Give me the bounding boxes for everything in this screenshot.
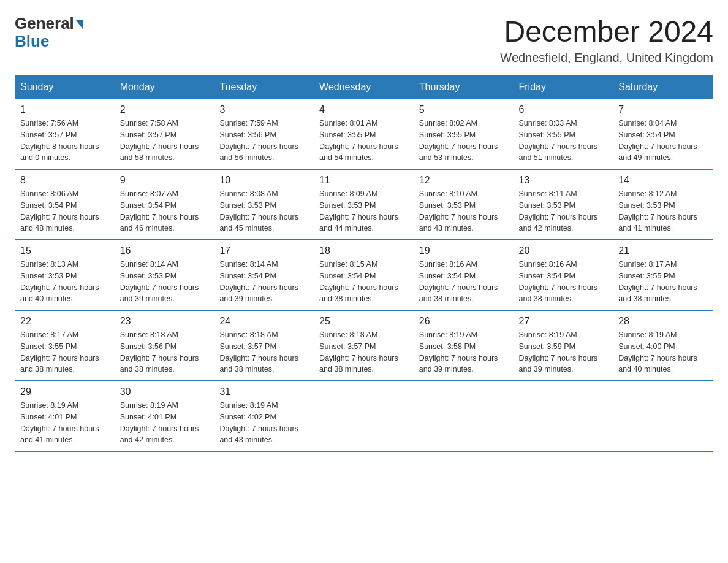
col-thursday: Thursday xyxy=(414,75,514,99)
day-info: Sunrise: 7:59 AMSunset: 3:56 PMDaylight:… xyxy=(219,118,309,164)
table-row: 18 Sunrise: 8:15 AMSunset: 3:54 PMDaylig… xyxy=(314,240,414,310)
day-info: Sunrise: 8:18 AMSunset: 3:57 PMDaylight:… xyxy=(219,329,309,375)
table-row: 16 Sunrise: 8:14 AMSunset: 3:53 PMDaylig… xyxy=(115,240,214,310)
day-number: 28 xyxy=(618,316,708,327)
day-info: Sunrise: 8:19 AMSunset: 4:01 PMDaylight:… xyxy=(120,400,210,446)
day-number: 13 xyxy=(519,175,609,186)
day-number: 31 xyxy=(219,386,309,397)
title-block: December 2024 Wednesfield, England, Unit… xyxy=(500,15,713,65)
table-row: 15 Sunrise: 8:13 AMSunset: 3:53 PMDaylig… xyxy=(15,240,115,310)
table-row: 25 Sunrise: 8:18 AMSunset: 3:57 PMDaylig… xyxy=(314,310,414,381)
day-info: Sunrise: 8:18 AMSunset: 3:56 PMDaylight:… xyxy=(120,329,210,375)
col-friday: Friday xyxy=(514,75,613,99)
col-monday: Monday xyxy=(115,75,214,99)
day-info: Sunrise: 8:18 AMSunset: 3:57 PMDaylight:… xyxy=(319,329,409,375)
logo-arrow-icon xyxy=(76,20,83,29)
day-number: 29 xyxy=(20,386,110,397)
day-number: 6 xyxy=(519,104,609,115)
table-row: 28 Sunrise: 8:19 AMSunset: 4:00 PMDaylig… xyxy=(613,310,713,381)
calendar-week-row: 29 Sunrise: 8:19 AMSunset: 4:01 PMDaylig… xyxy=(15,381,713,451)
day-number: 8 xyxy=(20,175,110,186)
day-info: Sunrise: 8:03 AMSunset: 3:55 PMDaylight:… xyxy=(519,118,609,164)
day-number: 11 xyxy=(319,175,409,186)
month-title: December 2024 xyxy=(500,15,713,48)
table-row: 14 Sunrise: 8:12 AMSunset: 3:53 PMDaylig… xyxy=(613,169,713,240)
table-row: 19 Sunrise: 8:16 AMSunset: 3:54 PMDaylig… xyxy=(414,240,514,310)
day-info: Sunrise: 8:17 AMSunset: 3:55 PMDaylight:… xyxy=(618,259,708,305)
table-row: 12 Sunrise: 8:10 AMSunset: 3:53 PMDaylig… xyxy=(414,169,514,240)
calendar-week-row: 8 Sunrise: 8:06 AMSunset: 3:54 PMDayligh… xyxy=(15,169,713,240)
day-info: Sunrise: 8:13 AMSunset: 3:53 PMDaylight:… xyxy=(20,259,110,305)
logo-text-general: General xyxy=(15,14,74,33)
day-info: Sunrise: 8:15 AMSunset: 3:54 PMDaylight:… xyxy=(319,259,409,305)
day-number: 18 xyxy=(319,245,409,256)
calendar-table: Sunday Monday Tuesday Wednesday Thursday… xyxy=(15,75,713,452)
table-row xyxy=(414,381,514,451)
day-info: Sunrise: 8:19 AMSunset: 4:01 PMDaylight:… xyxy=(20,400,110,446)
day-number: 9 xyxy=(120,175,210,186)
col-sunday: Sunday xyxy=(15,75,115,99)
table-row: 13 Sunrise: 8:11 AMSunset: 3:53 PMDaylig… xyxy=(514,169,613,240)
table-row: 5 Sunrise: 8:02 AMSunset: 3:55 PMDayligh… xyxy=(414,99,514,170)
day-info: Sunrise: 7:58 AMSunset: 3:57 PMDaylight:… xyxy=(120,118,210,164)
day-info: Sunrise: 8:08 AMSunset: 3:53 PMDaylight:… xyxy=(219,188,309,234)
day-info: Sunrise: 8:14 AMSunset: 3:54 PMDaylight:… xyxy=(219,259,309,305)
table-row: 11 Sunrise: 8:09 AMSunset: 3:53 PMDaylig… xyxy=(314,169,414,240)
table-row: 21 Sunrise: 8:17 AMSunset: 3:55 PMDaylig… xyxy=(613,240,713,310)
day-info: Sunrise: 8:07 AMSunset: 3:54 PMDaylight:… xyxy=(120,188,210,234)
calendar-week-row: 15 Sunrise: 8:13 AMSunset: 3:53 PMDaylig… xyxy=(15,240,713,310)
day-number: 20 xyxy=(519,245,609,256)
day-number: 5 xyxy=(419,104,509,115)
day-number: 27 xyxy=(519,316,609,327)
day-number: 7 xyxy=(618,104,708,115)
table-row: 24 Sunrise: 8:18 AMSunset: 3:57 PMDaylig… xyxy=(214,310,314,381)
day-number: 21 xyxy=(618,245,708,256)
day-info: Sunrise: 8:19 AMSunset: 4:02 PMDaylight:… xyxy=(219,400,309,446)
table-row: 1 Sunrise: 7:56 AMSunset: 3:57 PMDayligh… xyxy=(15,99,115,170)
day-info: Sunrise: 8:17 AMSunset: 3:55 PMDaylight:… xyxy=(20,329,110,375)
day-number: 12 xyxy=(419,175,509,186)
day-number: 16 xyxy=(120,245,210,256)
col-wednesday: Wednesday xyxy=(314,75,414,99)
day-info: Sunrise: 8:19 AMSunset: 3:58 PMDaylight:… xyxy=(419,329,509,375)
day-number: 17 xyxy=(219,245,309,256)
logo: General Blue xyxy=(15,15,83,50)
table-row: 2 Sunrise: 7:58 AMSunset: 3:57 PMDayligh… xyxy=(115,99,214,170)
calendar-header-row: Sunday Monday Tuesday Wednesday Thursday… xyxy=(15,75,713,99)
day-info: Sunrise: 8:16 AMSunset: 3:54 PMDaylight:… xyxy=(519,259,609,305)
table-row: 9 Sunrise: 8:07 AMSunset: 3:54 PMDayligh… xyxy=(115,169,214,240)
table-row: 26 Sunrise: 8:19 AMSunset: 3:58 PMDaylig… xyxy=(414,310,514,381)
table-row: 30 Sunrise: 8:19 AMSunset: 4:01 PMDaylig… xyxy=(115,381,214,451)
logo-text-blue: Blue xyxy=(15,33,49,50)
table-row: 29 Sunrise: 8:19 AMSunset: 4:01 PMDaylig… xyxy=(15,381,115,451)
table-row: 27 Sunrise: 8:19 AMSunset: 3:59 PMDaylig… xyxy=(514,310,613,381)
day-number: 26 xyxy=(419,316,509,327)
day-number: 10 xyxy=(219,175,309,186)
day-info: Sunrise: 8:16 AMSunset: 3:54 PMDaylight:… xyxy=(419,259,509,305)
day-number: 22 xyxy=(20,316,110,327)
table-row: 4 Sunrise: 8:01 AMSunset: 3:55 PMDayligh… xyxy=(314,99,414,170)
col-saturday: Saturday xyxy=(613,75,713,99)
table-row: 23 Sunrise: 8:18 AMSunset: 3:56 PMDaylig… xyxy=(115,310,214,381)
day-info: Sunrise: 8:02 AMSunset: 3:55 PMDaylight:… xyxy=(419,118,509,164)
day-info: Sunrise: 8:19 AMSunset: 3:59 PMDaylight:… xyxy=(519,329,609,375)
day-number: 1 xyxy=(20,104,110,115)
day-number: 14 xyxy=(618,175,708,186)
day-number: 2 xyxy=(120,104,210,115)
day-info: Sunrise: 8:19 AMSunset: 4:00 PMDaylight:… xyxy=(618,329,708,375)
day-info: Sunrise: 8:09 AMSunset: 3:53 PMDaylight:… xyxy=(319,188,409,234)
day-number: 23 xyxy=(120,316,210,327)
day-number: 25 xyxy=(319,316,409,327)
day-number: 4 xyxy=(319,104,409,115)
table-row: 17 Sunrise: 8:14 AMSunset: 3:54 PMDaylig… xyxy=(214,240,314,310)
day-info: Sunrise: 8:11 AMSunset: 3:53 PMDaylight:… xyxy=(519,188,609,234)
day-info: Sunrise: 8:10 AMSunset: 3:53 PMDaylight:… xyxy=(419,188,509,234)
table-row: 31 Sunrise: 8:19 AMSunset: 4:02 PMDaylig… xyxy=(214,381,314,451)
calendar-week-row: 22 Sunrise: 8:17 AMSunset: 3:55 PMDaylig… xyxy=(15,310,713,381)
table-row: 7 Sunrise: 8:04 AMSunset: 3:54 PMDayligh… xyxy=(613,99,713,170)
day-info: Sunrise: 8:06 AMSunset: 3:54 PMDaylight:… xyxy=(20,188,110,234)
table-row xyxy=(314,381,414,451)
table-row: 6 Sunrise: 8:03 AMSunset: 3:55 PMDayligh… xyxy=(514,99,613,170)
page-header: General Blue December 2024 Wednesfield, … xyxy=(15,15,713,65)
day-info: Sunrise: 8:01 AMSunset: 3:55 PMDaylight:… xyxy=(319,118,409,164)
